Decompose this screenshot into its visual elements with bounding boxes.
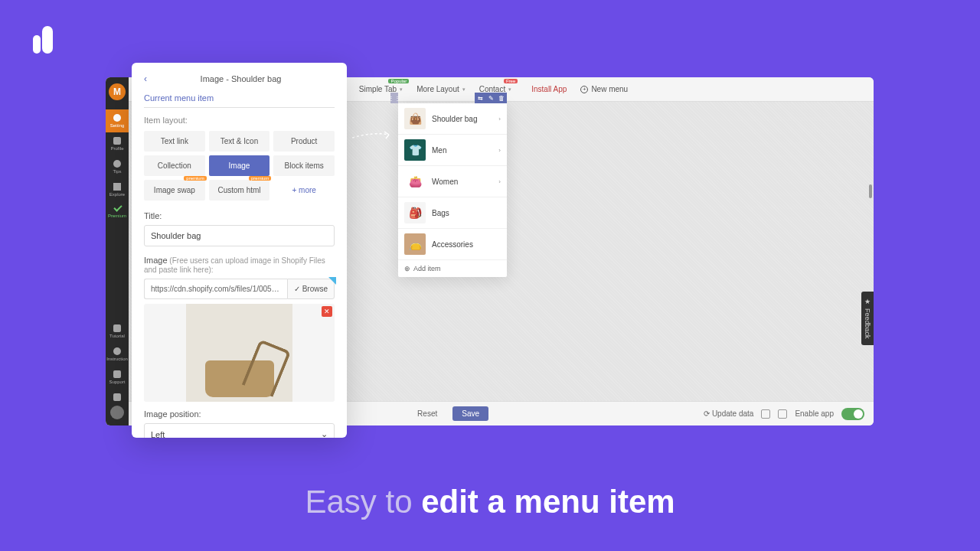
premium-badge: premium [184,176,206,181]
chevron-right-icon: › [498,178,501,185]
edit-panel: ‹ Image - Shoulder bag Current menu item… [132,63,347,438]
copy-icon[interactable] [761,409,770,419]
delete-icon[interactable]: 🗑 [496,93,507,103]
dropdown-item-accessories[interactable]: 👝Accessories [398,229,507,260]
flyout-dropdown: ⋮⋮ ⇆ ✎ 🗑 👜 Shoulder bag › 👕Men› 👛Women› … [398,103,507,277]
thumb-icon: 🎒 [404,202,426,223]
rail-tutorial[interactable]: Tutorial [106,320,129,343]
rail-profile[interactable]: Profile [106,132,129,155]
current-menu-item-label: Current menu item [144,93,335,108]
add-item-button[interactable]: ⊕ Add item [398,260,507,277]
browse-button[interactable]: ✓ Browse [287,279,335,299]
arrow-icon [351,130,397,141]
drag-handle-icon[interactable]: ⋮⋮ [390,93,398,103]
rail-tips[interactable]: Tips [106,155,129,178]
title-input[interactable] [144,225,335,246]
brand-logo [33,26,53,54]
corner-icon [328,277,336,285]
install-app[interactable]: Install App [525,82,573,96]
reset-button[interactable]: Reset [410,406,445,421]
thumb-icon: 👕 [404,139,426,161]
rail-notifications[interactable] [106,389,129,406]
mail-icon [113,370,121,378]
layout-image[interactable]: Image [209,155,270,176]
image-position-select[interactable]: Left⌄ [144,423,335,438]
bell-icon [113,393,121,401]
check-icon [113,206,122,212]
plus-icon: + [580,86,588,93]
scrollbar[interactable] [869,184,872,198]
chevron-down-icon: ▾ [462,86,466,93]
feedback-tab[interactable]: ★ Feedback [861,292,874,345]
item-layout-label: Item layout: [144,116,335,125]
layout-image-swap[interactable]: premiumImage swap [144,180,205,201]
dropdown-item-shoulder-bag[interactable]: ⋮⋮ ⇆ ✎ 🗑 👜 Shoulder bag › [398,103,507,135]
wand-icon [113,324,121,332]
rail-setting[interactable]: Setting [106,109,129,132]
thumb-icon: 👝 [404,233,426,255]
avatar[interactable] [110,406,124,419]
layout-text-link[interactable]: Text link [144,131,205,152]
rail-support[interactable]: Support [106,366,129,389]
tagline: Easy to edit a menu item [0,484,980,520]
edit-icon[interactable]: ✎ [485,93,496,103]
question-icon [113,347,121,355]
rail-premium[interactable]: Premium [106,201,129,223]
title-label: Title: [144,211,335,220]
new-menu[interactable]: +New menu [580,85,628,93]
update-data-button[interactable]: ⟳ Update data [704,409,753,418]
layout-more[interactable]: + more [273,180,335,201]
enable-app-toggle[interactable] [841,408,864,420]
image-label: Image (Free users can upload image in Sh… [144,256,335,274]
app-logo[interactable]: M [109,83,126,100]
image-url-input[interactable] [144,279,287,299]
bag-image [205,360,274,397]
thumb-icon: 👛 [404,171,426,192]
chevron-right-icon: › [498,116,501,122]
layout-collection[interactable]: Collection [144,155,205,176]
link-icon[interactable]: ⇆ [475,93,485,103]
layout-product[interactable]: Product [273,131,335,152]
free-badge: Free [504,79,518,83]
thumb-icon: 👜 [404,108,426,129]
chevron-down-icon: ▾ [400,86,403,93]
gear-icon [113,114,121,122]
user-icon [113,137,121,145]
grid-icon [113,183,121,191]
enable-app-label: Enable app [795,409,834,418]
premium-badge: premium [249,176,271,181]
save-button[interactable]: Save [452,406,488,421]
rail-explore[interactable]: Explore [106,178,129,201]
chevron-right-icon: › [498,147,501,154]
top-simple-tab[interactable]: Simple Tab ▾Popular [353,82,409,96]
image-preview: ✕ [144,304,335,402]
left-rail: M Setting Profile Tips Explore Premium T… [106,77,129,425]
top-more-layout[interactable]: More Layout ▾ [410,82,472,96]
layout-block-items[interactable]: Block items [273,155,335,176]
dot-icon [113,160,121,168]
layout-text-icon[interactable]: Text & Icon [209,131,270,152]
dropdown-item-men[interactable]: 👕Men› [398,135,507,166]
popular-badge: Popular [388,79,409,83]
image-position-label: Image position: [144,409,335,419]
chevron-down-icon: ▾ [508,86,511,93]
dropdown-item-bags[interactable]: 🎒Bags [398,197,507,229]
chevron-down-icon: ⌄ [321,429,328,438]
export-icon[interactable] [778,409,787,419]
layout-custom-html[interactable]: premiumCustom html [209,180,270,201]
dropdown-item-women[interactable]: 👛Women› [398,166,507,197]
panel-title: Image - Shoulder bag [147,74,335,83]
remove-image-button[interactable]: ✕ [322,306,332,317]
rail-instruction[interactable]: Instruction [106,343,129,366]
